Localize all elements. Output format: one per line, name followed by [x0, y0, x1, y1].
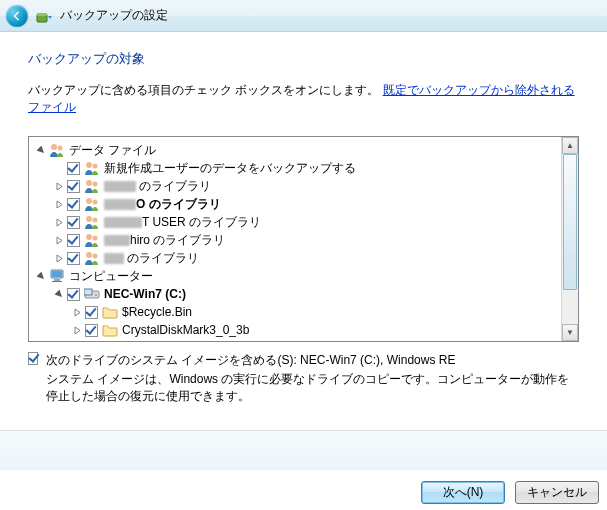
- svg-point-13: [93, 236, 98, 241]
- tree-node-library[interactable]: のライブラリ: [35, 177, 561, 195]
- scroll-up-button[interactable]: ▲: [562, 137, 578, 154]
- scroll-track[interactable]: [562, 154, 578, 324]
- svg-rect-18: [54, 279, 60, 281]
- svg-point-3: [58, 146, 63, 151]
- title-bar: バックアップの設定: [0, 0, 607, 32]
- people-icon: [84, 232, 100, 248]
- people-icon: [84, 160, 100, 176]
- node-label: コンピューター: [67, 267, 153, 285]
- checkbox[interactable]: [85, 306, 98, 319]
- cancel-button[interactable]: キャンセル: [515, 481, 599, 504]
- people-icon: [84, 250, 100, 266]
- backup-wizard-icon: [36, 8, 52, 24]
- expand-icon[interactable]: [53, 216, 65, 228]
- drive-icon: [84, 286, 100, 302]
- footer-bar: [0, 430, 607, 470]
- people-icon: [84, 196, 100, 212]
- svg-point-11: [93, 218, 98, 223]
- node-label: hiro のライブラリ: [102, 231, 225, 249]
- svg-point-9: [93, 200, 98, 205]
- expand-icon[interactable]: [53, 234, 65, 246]
- folder-icon: [102, 322, 118, 338]
- checkbox[interactable]: [67, 162, 80, 175]
- svg-rect-19: [52, 281, 62, 282]
- node-label: のライブラリ: [102, 177, 211, 195]
- checkbox[interactable]: [85, 324, 98, 337]
- tree-node-library[interactable]: T USER のライブラリ: [35, 213, 561, 231]
- checkbox[interactable]: [67, 198, 80, 211]
- expand-icon[interactable]: [53, 180, 65, 192]
- backup-items-tree: データ ファイル 新規作成ユーザーのデータをバックアップする のライブラリ: [28, 136, 579, 342]
- svg-point-7: [93, 182, 98, 187]
- svg-point-5: [93, 164, 98, 169]
- window-title: バックアップの設定: [60, 7, 168, 24]
- vertical-scrollbar[interactable]: ▲ ▼: [561, 137, 578, 341]
- checkbox[interactable]: [67, 180, 80, 193]
- svg-point-21: [95, 294, 97, 296]
- scroll-thumb[interactable]: [563, 154, 577, 290]
- node-label: CrystalDiskMark3_0_3b: [120, 321, 249, 339]
- system-image-description: システム イメージは、Windows の実行に必要なドライブのコピーです。コンピ…: [46, 371, 579, 405]
- arrow-left-icon: [11, 10, 23, 22]
- svg-point-15: [93, 254, 98, 259]
- back-button[interactable]: [6, 5, 28, 27]
- svg-point-4: [86, 162, 92, 168]
- svg-point-12: [86, 234, 92, 240]
- next-button[interactable]: 次へ(N): [421, 481, 505, 504]
- system-image-option: 次のドライブのシステム イメージを含める(S): NEC-Win7 (C:), …: [28, 352, 579, 405]
- tree-node-data-files[interactable]: データ ファイル: [35, 141, 561, 159]
- include-system-image-checkbox[interactable]: [28, 352, 38, 365]
- computer-icon: [49, 268, 65, 284]
- svg-rect-1: [37, 13, 47, 16]
- page-heading: バックアップの対象: [28, 50, 579, 68]
- svg-point-14: [86, 252, 92, 258]
- svg-rect-22: [84, 289, 92, 295]
- node-label: 新規作成ユーザーのデータをバックアップする: [102, 159, 356, 177]
- node-label: $Recycle.Bin: [120, 303, 192, 321]
- expand-icon[interactable]: [71, 324, 83, 336]
- tree-node-folder[interactable]: $Recycle.Bin: [35, 303, 561, 321]
- tree-node-computer[interactable]: コンピューター: [35, 267, 561, 285]
- collapse-icon[interactable]: [35, 270, 47, 282]
- people-icon: [84, 178, 100, 194]
- collapse-icon[interactable]: [53, 288, 65, 300]
- checkbox[interactable]: [67, 252, 80, 265]
- tree-node-folder[interactable]: CrystalDiskMark3_0_3b: [35, 321, 561, 339]
- svg-point-2: [51, 144, 57, 150]
- node-label: のライブラリ: [102, 249, 199, 267]
- expand-icon[interactable]: [71, 306, 83, 318]
- tree-node-drive-c[interactable]: NEC-Win7 (C:): [35, 285, 561, 303]
- collapse-icon[interactable]: [35, 144, 47, 156]
- node-label: データ ファイル: [67, 141, 156, 159]
- system-image-label: 次のドライブのシステム イメージを含める(S): NEC-Win7 (C:), …: [46, 352, 579, 369]
- svg-point-10: [86, 216, 92, 222]
- people-icon: [84, 214, 100, 230]
- tree-node-library[interactable]: O のライブラリ: [35, 195, 561, 213]
- expand-icon[interactable]: [53, 252, 65, 264]
- tree-node-library[interactable]: のライブラリ: [35, 249, 561, 267]
- checkbox[interactable]: [67, 234, 80, 247]
- folder-icon: [102, 304, 118, 320]
- svg-point-6: [86, 180, 92, 186]
- expand-icon[interactable]: [53, 198, 65, 210]
- node-label: O のライブラリ: [102, 195, 221, 213]
- desc-text: バックアップに含める項目のチェック ボックスをオンにします。: [28, 83, 379, 97]
- checkbox[interactable]: [67, 288, 80, 301]
- node-label: NEC-Win7 (C:): [102, 285, 186, 303]
- page-description: バックアップに含める項目のチェック ボックスをオンにします。 既定でバックアップ…: [28, 82, 579, 116]
- svg-point-8: [86, 198, 92, 204]
- tree-node-library[interactable]: hiro のライブラリ: [35, 231, 561, 249]
- node-label: T USER のライブラリ: [102, 213, 261, 231]
- svg-rect-17: [52, 271, 62, 277]
- scroll-down-button[interactable]: ▼: [562, 324, 578, 341]
- tree-node-new-user[interactable]: 新規作成ユーザーのデータをバックアップする: [35, 159, 561, 177]
- content-area: バックアップの対象 バックアップに含める項目のチェック ボックスをオンにします。…: [0, 32, 607, 405]
- people-icon: [49, 142, 65, 158]
- checkbox[interactable]: [67, 216, 80, 229]
